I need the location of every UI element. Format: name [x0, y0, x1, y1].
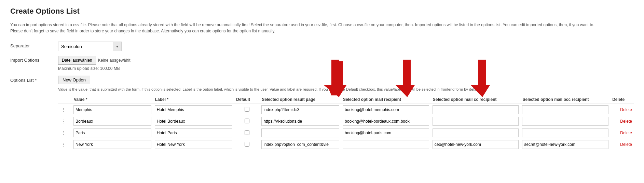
mail-bcc-input[interactable]: [522, 128, 608, 137]
label-input[interactable]: [155, 140, 233, 149]
mail-cc-input[interactable]: [433, 140, 519, 149]
default-checkbox[interactable]: [245, 130, 249, 135]
result-page-input[interactable]: [261, 117, 339, 126]
default-checkbox[interactable]: [245, 142, 249, 147]
mail-bcc-input[interactable]: [522, 117, 608, 126]
drag-handle[interactable]: ⋮: [58, 104, 72, 116]
delete-link[interactable]: Delete: [620, 142, 632, 147]
col-drag: [58, 95, 72, 104]
col-value-header: Value *: [72, 95, 153, 104]
result-page-input[interactable]: [261, 140, 339, 149]
result-page-input[interactable]: [261, 105, 339, 114]
mail-bcc-input[interactable]: [522, 140, 608, 149]
new-option-button[interactable]: New Option: [58, 76, 90, 84]
file-selected-text: Keine ausgewählt: [98, 58, 131, 63]
mail-recipient-input[interactable]: [343, 128, 429, 137]
mail-recipient-input[interactable]: [343, 117, 429, 126]
options-table: Value * Label * Default Selected option …: [58, 95, 634, 150]
value-input[interactable]: [73, 140, 151, 149]
separator-label: Separator: [10, 42, 58, 48]
mail-cc-input[interactable]: [433, 128, 519, 137]
mail-bcc-input[interactable]: [522, 105, 608, 114]
mail-recipient-input[interactable]: [343, 105, 429, 114]
col-result-header: Selected option result page: [260, 95, 341, 104]
page-title: Create Options List: [10, 7, 634, 16]
col-mail-header: Selected option mail recipient: [341, 95, 431, 104]
max-upload-text: Maximum upload size: 100.00 MB: [58, 66, 130, 71]
mail-cc-input[interactable]: [433, 105, 519, 114]
options-list-label: Options List *: [10, 76, 58, 83]
default-checkbox[interactable]: [245, 107, 249, 112]
delete-link[interactable]: Delete: [620, 107, 632, 112]
drag-handle[interactable]: ⋮: [58, 116, 72, 127]
col-label-header: Label *: [153, 95, 234, 104]
delete-link[interactable]: Delete: [620, 119, 632, 124]
delete-link[interactable]: Delete: [620, 131, 632, 135]
description: You can import options stored in a csv f…: [10, 22, 625, 34]
mail-cc-input[interactable]: [433, 117, 519, 126]
separator-select[interactable]: Semicolon: [58, 42, 113, 51]
table-row: ⋮Delete: [58, 139, 634, 150]
value-input[interactable]: [73, 105, 151, 114]
mail-recipient-input[interactable]: [343, 140, 429, 149]
value-input[interactable]: [73, 117, 151, 126]
col-mailbcc-header: Selected option mail bcc recipient: [520, 95, 610, 104]
col-default-header: Default: [234, 95, 260, 104]
table-row: ⋮Delete: [58, 127, 634, 139]
separator-dropdown-btn[interactable]: ▼: [113, 42, 122, 51]
table-row: ⋮Delete: [58, 116, 634, 127]
table-row: ⋮Delete: [58, 104, 634, 116]
label-input[interactable]: [155, 128, 233, 137]
file-select-button[interactable]: Datei auswählen: [58, 56, 96, 65]
col-delete-header: Delete: [610, 95, 634, 104]
label-input[interactable]: [155, 105, 233, 114]
options-description: Value is the value, that is submitted wi…: [58, 87, 605, 92]
value-input[interactable]: [73, 128, 151, 137]
col-mailcc-header: Selected option mail cc recipient: [431, 95, 521, 104]
drag-handle[interactable]: ⋮: [58, 127, 72, 139]
drag-handle[interactable]: ⋮: [58, 139, 72, 150]
default-checkbox[interactable]: [245, 119, 249, 123]
import-options-label: Import Options: [10, 56, 58, 63]
result-page-input[interactable]: [261, 128, 339, 137]
label-input[interactable]: [155, 117, 233, 126]
